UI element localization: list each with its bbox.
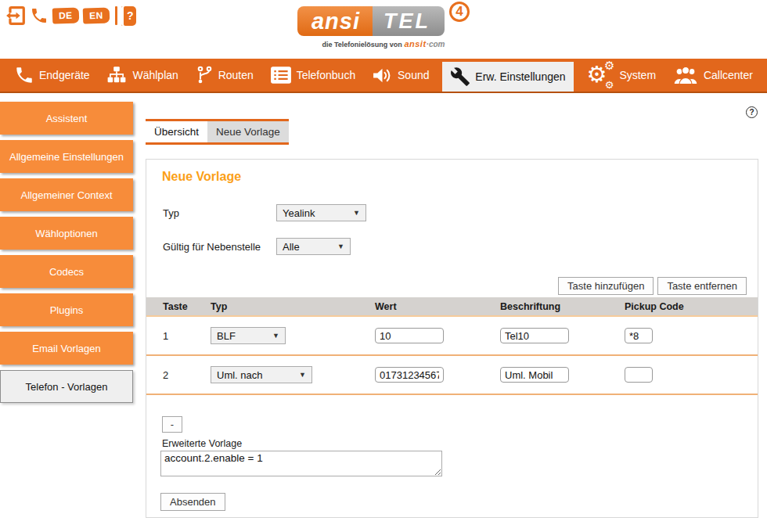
nav-item-system[interactable]: ⚙⚙⚙ System [583, 59, 659, 92]
logo-tel: TEL [373, 6, 445, 36]
logo-ansi: ansi [297, 6, 373, 36]
key-number: 2 [163, 369, 211, 381]
bookmark-bar-icon [115, 6, 117, 25]
column-header-pickup-code: Pickup Code [625, 301, 758, 312]
english-flag-icon[interactable]: EN [82, 7, 109, 23]
phone-header-icon[interactable] [30, 6, 49, 25]
typ-label: Typ [163, 207, 276, 221]
quick-icons: DE EN ? [5, 5, 136, 26]
nebenstelle-select[interactable]: Alle ▼ [276, 238, 351, 255]
chevron-down-icon: ▼ [272, 332, 279, 340]
advanced-template-label: Erweiterte Vorlage [162, 438, 242, 449]
tab-neue-vorlage[interactable]: Neue Vorlage [207, 121, 289, 142]
sidebar-item-allgemeine-einstellungen[interactable]: Allgemeine Einstellungen [0, 140, 133, 173]
sidebar-item-waehloptionen[interactable]: Wähloptionen [0, 217, 133, 250]
nav-item-sound[interactable]: Sound [369, 59, 432, 92]
column-header-typ: Typ [211, 301, 375, 312]
nebenstelle-label: Gültig für Nebenstelle [163, 241, 276, 255]
branch-icon [195, 65, 214, 85]
field-row-typ: Typ Yealink ▼ [163, 204, 366, 221]
column-header-beschriftung: Beschriftung [500, 301, 625, 312]
sidebar-item-plugins[interactable]: Plugins [0, 293, 133, 326]
keys-table: Taste Typ Wert Beschriftung Pickup Code … [146, 297, 758, 395]
chevron-down-icon: ▼ [299, 371, 306, 379]
nav-item-telefonbuch[interactable]: Telefonbuch [267, 59, 359, 92]
row1-wert-input[interactable] [375, 328, 444, 343]
nav-item-erw-einstellungen[interactable]: Erw. Einstellungen [442, 62, 573, 92]
nebenstelle-select-value: Alle [283, 241, 300, 253]
field-row-nebenstelle: Gültig für Nebenstelle Alle ▼ [163, 238, 351, 255]
row1-pickup-input[interactable] [625, 328, 653, 343]
table-row: 2 Uml. nach ▼ [146, 356, 758, 395]
row1-beschriftung-input[interactable] [500, 328, 569, 343]
remove-row-button[interactable]: - [162, 416, 182, 433]
logo-subtitle: die Telefonielösung von ansit·com [297, 39, 470, 49]
gears-icon: ⚙⚙⚙ [586, 61, 614, 89]
chevron-down-icon: ▼ [337, 243, 344, 250]
nav-item-routen[interactable]: Routen [192, 59, 257, 92]
main-nav: Endgeräte Wählplan Routen [0, 59, 767, 93]
remove-key-button[interactable]: Taste entfernen [657, 277, 747, 295]
table-actions: Taste hinzufügen Taste entfernen [558, 277, 747, 295]
key-number: 1 [163, 330, 211, 342]
nav-label: Wählplan [132, 69, 178, 81]
row2-pickup-input[interactable] [625, 367, 653, 383]
sidebar-item-codecs[interactable]: Codecs [0, 255, 133, 288]
column-header-wert: Wert [375, 301, 500, 312]
nav-label: Sound [398, 69, 429, 81]
main-panel: Neue Vorlage Typ Yealink ▼ Gültig für Ne… [146, 159, 758, 518]
help-book-icon[interactable]: ? [121, 6, 136, 26]
wrench-icon [450, 66, 470, 87]
nav-label: Endgeräte [39, 69, 90, 81]
sidebar-item-telefon-vorlagen[interactable]: Telefon - Vorlagen [0, 370, 133, 403]
row2-wert-input[interactable] [375, 367, 444, 383]
tab-uebersicht[interactable]: Übersicht [146, 121, 207, 142]
typ-select-value: Yealink [283, 207, 315, 219]
nav-item-callcenter[interactable]: Callcenter [669, 59, 756, 92]
row1-typ-select[interactable]: BLF ▼ [211, 327, 286, 344]
nav-item-endgeraete[interactable]: Endgeräte [11, 59, 93, 92]
brand-logo: ansi TEL 4 die Telefonielösung von ansit… [297, 6, 470, 49]
row2-beschriftung-input[interactable] [500, 367, 569, 383]
list-icon [270, 66, 292, 84]
content-tabs: Übersicht Neue Vorlage [146, 119, 289, 145]
table-row: 1 BLF ▼ [146, 317, 758, 356]
sidebar-item-email-vorlagen[interactable]: Email Vorlagen [0, 332, 133, 365]
sidebar: Assistent Allgemeine Einstellungen Allge… [0, 102, 133, 408]
submit-button[interactable]: Absenden [160, 493, 225, 511]
speaker-icon [372, 66, 393, 85]
chevron-down-icon: ▼ [353, 209, 360, 217]
german-flag-icon[interactable]: DE [52, 7, 79, 23]
nav-label: System [619, 69, 656, 81]
people-icon [672, 65, 699, 86]
nav-item-waehlplan[interactable]: Wählplan [103, 59, 181, 92]
add-key-button[interactable]: Taste hinzufügen [558, 277, 654, 295]
row2-typ-select[interactable]: Uml. nach ▼ [211, 366, 312, 383]
row1-typ-value: BLF [217, 330, 236, 342]
sidebar-item-assistent[interactable]: Assistent [0, 102, 133, 135]
table-header-row: Taste Typ Wert Beschriftung Pickup Code [146, 297, 758, 317]
column-header-taste: Taste [163, 301, 211, 312]
nav-label: Routen [218, 69, 254, 81]
nav-label: Callcenter [704, 69, 753, 81]
phone-icon [14, 65, 34, 85]
row2-typ-value: Uml. nach [217, 369, 263, 381]
page-header: DE EN ? ansi TEL 4 die Telefonielösung v… [0, 0, 767, 59]
typ-select[interactable]: Yealink ▼ [276, 204, 366, 221]
advanced-template-textarea[interactable]: account.2.enable = 1 [160, 451, 442, 476]
version-badge: 4 [449, 2, 470, 22]
nav-label: Telefonbuch [297, 69, 356, 81]
logo-subtitle-suffix: ·com [427, 40, 445, 49]
logo-subtitle-brand: ansit [404, 39, 426, 49]
help-icon[interactable]: ? [746, 106, 758, 118]
logout-icon[interactable] [5, 5, 26, 26]
nav-label: Erw. Einstellungen [475, 70, 565, 83]
sitemap-icon [106, 65, 128, 85]
sidebar-item-allgemeiner-context[interactable]: Allgemeiner Context [0, 178, 133, 211]
page-title: Neue Vorlage [162, 170, 241, 184]
